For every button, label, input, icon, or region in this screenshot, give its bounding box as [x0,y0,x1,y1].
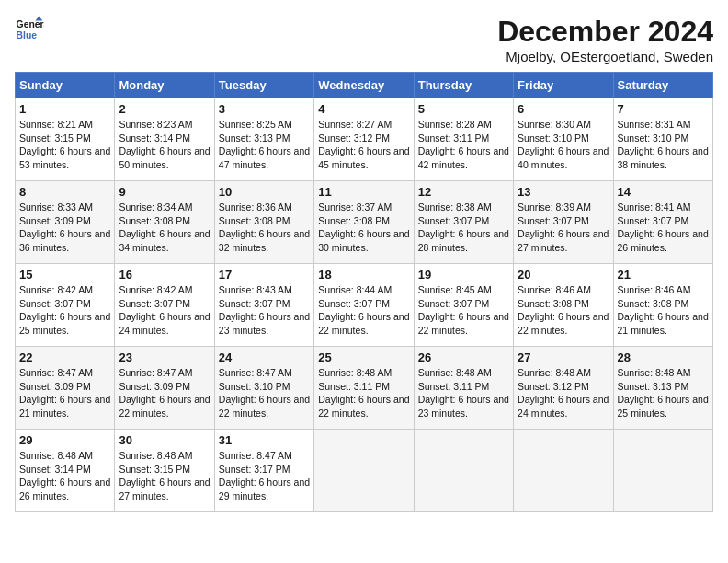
day-info: Sunrise: 8:48 AM Sunset: 3:15 PM Dayligh… [119,449,210,503]
day-number: 21 [618,268,709,282]
calendar-cell: 27 Sunrise: 8:48 AM Sunset: 3:12 PM Dayl… [514,347,613,430]
calendar-cell: 30 Sunrise: 8:48 AM Sunset: 3:15 PM Dayl… [115,430,214,512]
day-number: 25 [318,350,409,364]
calendar-cell [414,430,513,512]
calendar-cell: 17 Sunrise: 8:43 AM Sunset: 3:07 PM Dayl… [214,264,313,347]
day-info: Sunrise: 8:47 AM Sunset: 3:09 PM Dayligh… [19,366,110,420]
calendar-cell: 20 Sunrise: 8:46 AM Sunset: 3:08 PM Dayl… [514,264,613,347]
page-header: General Blue December 2024 Mjoelby, OEst… [15,15,713,64]
calendar-cell: 11 Sunrise: 8:37 AM Sunset: 3:08 PM Dayl… [314,181,414,264]
day-number: 19 [418,268,509,282]
day-info: Sunrise: 8:46 AM Sunset: 3:08 PM Dayligh… [618,283,709,338]
day-info: Sunrise: 8:23 AM Sunset: 3:14 PM Dayligh… [119,118,210,172]
day-number: 23 [119,350,210,364]
calendar-cell: 8 Sunrise: 8:33 AM Sunset: 3:09 PM Dayli… [16,181,115,264]
col-thursday: Thursday [414,73,513,98]
day-number: 2 [119,102,210,116]
calendar-cell: 29 Sunrise: 8:48 AM Sunset: 3:14 PM Dayl… [16,430,115,512]
day-number: 5 [418,102,509,116]
day-info: Sunrise: 8:47 AM Sunset: 3:17 PM Dayligh… [219,449,310,503]
calendar-cell: 16 Sunrise: 8:42 AM Sunset: 3:07 PM Dayl… [115,264,214,347]
calendar-cell: 18 Sunrise: 8:44 AM Sunset: 3:07 PM Dayl… [314,264,414,347]
day-info: Sunrise: 8:45 AM Sunset: 3:07 PM Dayligh… [418,283,509,338]
calendar-cell: 25 Sunrise: 8:48 AM Sunset: 3:11 PM Dayl… [314,347,414,430]
calendar-cell: 21 Sunrise: 8:46 AM Sunset: 3:08 PM Dayl… [613,264,712,347]
calendar-week-2: 8 Sunrise: 8:33 AM Sunset: 3:09 PM Dayli… [16,181,713,264]
calendar-cell: 14 Sunrise: 8:41 AM Sunset: 3:07 PM Dayl… [613,181,712,264]
day-info: Sunrise: 8:48 AM Sunset: 3:11 PM Dayligh… [318,366,409,420]
svg-text:General: General [17,19,44,29]
calendar-cell: 4 Sunrise: 8:27 AM Sunset: 3:12 PM Dayli… [314,98,414,181]
calendar-cell [613,430,712,512]
day-number: 31 [219,433,310,447]
calendar-cell: 1 Sunrise: 8:21 AM Sunset: 3:15 PM Dayli… [16,98,115,181]
day-info: Sunrise: 8:30 AM Sunset: 3:10 PM Dayligh… [518,118,609,172]
calendar-cell: 26 Sunrise: 8:48 AM Sunset: 3:11 PM Dayl… [414,347,513,430]
calendar-cell: 24 Sunrise: 8:47 AM Sunset: 3:10 PM Dayl… [214,347,313,430]
calendar-cell: 5 Sunrise: 8:28 AM Sunset: 3:11 PM Dayli… [414,98,513,181]
day-number: 12 [418,185,509,199]
title-block: December 2024 Mjoelby, OEstergoetland, S… [497,15,713,64]
day-info: Sunrise: 8:47 AM Sunset: 3:10 PM Dayligh… [219,366,310,420]
calendar-week-5: 29 Sunrise: 8:48 AM Sunset: 3:14 PM Dayl… [16,430,713,512]
day-number: 8 [19,185,110,199]
day-number: 3 [219,102,310,116]
day-info: Sunrise: 8:36 AM Sunset: 3:08 PM Dayligh… [219,201,310,255]
day-info: Sunrise: 8:38 AM Sunset: 3:07 PM Dayligh… [418,201,509,255]
calendar-cell: 3 Sunrise: 8:25 AM Sunset: 3:13 PM Dayli… [214,98,313,181]
calendar-cell [514,430,613,512]
day-number: 18 [318,268,409,282]
col-wednesday: Wednesday [314,73,414,98]
day-info: Sunrise: 8:39 AM Sunset: 3:07 PM Dayligh… [518,201,609,255]
day-info: Sunrise: 8:27 AM Sunset: 3:12 PM Dayligh… [318,118,409,172]
calendar-cell: 12 Sunrise: 8:38 AM Sunset: 3:07 PM Dayl… [414,181,513,264]
day-info: Sunrise: 8:42 AM Sunset: 3:07 PM Dayligh… [119,283,210,338]
day-info: Sunrise: 8:33 AM Sunset: 3:09 PM Dayligh… [19,201,110,255]
calendar-cell: 7 Sunrise: 8:31 AM Sunset: 3:10 PM Dayli… [613,98,712,181]
day-number: 13 [518,185,609,199]
logo-icon: General Blue [15,15,44,44]
calendar-cell: 15 Sunrise: 8:42 AM Sunset: 3:07 PM Dayl… [16,264,115,347]
logo: General Blue [15,15,44,44]
day-number: 6 [518,102,609,116]
calendar-cell [314,430,414,512]
col-sunday: Sunday [16,73,115,98]
calendar-cell: 10 Sunrise: 8:36 AM Sunset: 3:08 PM Dayl… [214,181,313,264]
day-info: Sunrise: 8:48 AM Sunset: 3:12 PM Dayligh… [518,366,609,420]
calendar-cell: 28 Sunrise: 8:48 AM Sunset: 3:13 PM Dayl… [613,347,712,430]
day-number: 30 [119,433,210,447]
day-info: Sunrise: 8:46 AM Sunset: 3:08 PM Dayligh… [518,283,609,338]
calendar-cell: 6 Sunrise: 8:30 AM Sunset: 3:10 PM Dayli… [514,98,613,181]
day-number: 24 [219,350,310,364]
day-info: Sunrise: 8:34 AM Sunset: 3:08 PM Dayligh… [119,201,210,255]
day-number: 10 [219,185,310,199]
day-info: Sunrise: 8:44 AM Sunset: 3:07 PM Dayligh… [318,283,409,338]
day-number: 28 [618,350,709,364]
day-number: 14 [618,185,709,199]
day-info: Sunrise: 8:28 AM Sunset: 3:11 PM Dayligh… [418,118,509,172]
day-info: Sunrise: 8:31 AM Sunset: 3:10 PM Dayligh… [618,118,709,172]
day-info: Sunrise: 8:42 AM Sunset: 3:07 PM Dayligh… [19,283,110,338]
day-number: 11 [318,185,409,199]
day-info: Sunrise: 8:37 AM Sunset: 3:08 PM Dayligh… [318,201,409,255]
page-title: December 2024 [497,15,713,49]
calendar-week-4: 22 Sunrise: 8:47 AM Sunset: 3:09 PM Dayl… [16,347,713,430]
day-number: 16 [119,268,210,282]
day-info: Sunrise: 8:25 AM Sunset: 3:13 PM Dayligh… [219,118,310,172]
svg-text:Blue: Blue [17,30,38,40]
day-number: 17 [219,268,310,282]
svg-marker-2 [35,17,42,21]
day-info: Sunrise: 8:48 AM Sunset: 3:13 PM Dayligh… [618,366,709,420]
day-number: 1 [19,102,110,116]
page-subtitle: Mjoelby, OEstergoetland, Sweden [497,49,713,64]
day-number: 7 [618,102,709,116]
col-tuesday: Tuesday [214,73,313,98]
day-number: 29 [19,433,110,447]
calendar-week-3: 15 Sunrise: 8:42 AM Sunset: 3:07 PM Dayl… [16,264,713,347]
day-number: 9 [119,185,210,199]
col-saturday: Saturday [613,73,712,98]
day-info: Sunrise: 8:41 AM Sunset: 3:07 PM Dayligh… [618,201,709,255]
calendar-cell: 19 Sunrise: 8:45 AM Sunset: 3:07 PM Dayl… [414,264,513,347]
calendar-table: Sunday Monday Tuesday Wednesday Thursday… [15,72,713,512]
day-info: Sunrise: 8:21 AM Sunset: 3:15 PM Dayligh… [19,118,110,172]
